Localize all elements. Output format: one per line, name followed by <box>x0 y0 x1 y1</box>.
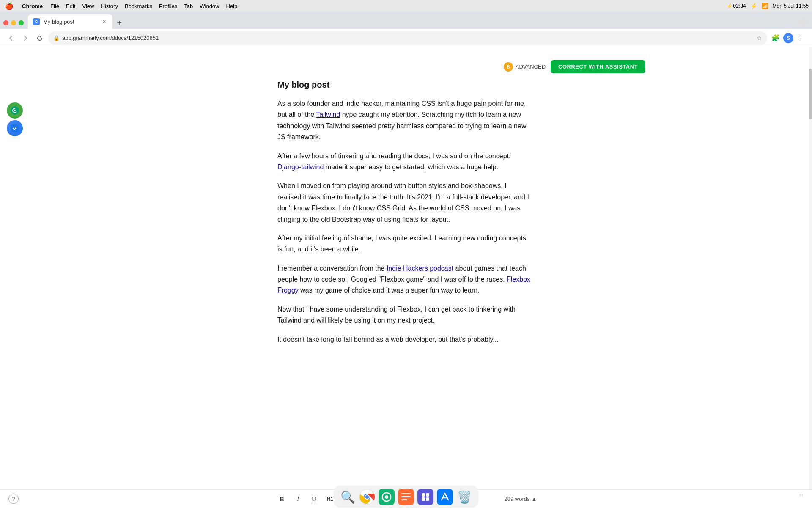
menubar-bookmarks[interactable]: Bookmarks <box>121 2 156 10</box>
maximize-window-btn[interactable] <box>19 20 24 25</box>
menubar-file[interactable]: File <box>47 2 63 10</box>
svg-point-22 <box>385 495 388 499</box>
svg-rect-28 <box>422 493 425 497</box>
quote-icon: " <box>799 491 804 505</box>
menubar-tab[interactable]: Tab <box>181 2 196 10</box>
scrollbar-track[interactable] <box>809 47 812 508</box>
page-content: 8 ADVANCED CORRECT WITH ASSISTANT My blo… <box>0 47 809 508</box>
svg-rect-29 <box>426 493 429 497</box>
svg-rect-26 <box>401 499 407 500</box>
svg-point-3 <box>11 124 19 133</box>
menubar-view[interactable]: View <box>79 2 97 10</box>
toolbar-right: 🧩 S ⋮ <box>770 32 807 44</box>
word-count-text: 289 words <box>505 496 530 502</box>
reload-btn[interactable] <box>34 32 46 44</box>
indie-hackers-link[interactable]: Indie Hackers podcast <box>387 265 453 272</box>
p5-text-before: I remember a conversation from the <box>277 265 387 272</box>
tab-favicon: G <box>33 18 40 25</box>
help-btn[interactable]: ? <box>8 494 19 504</box>
grammarly-logo-btn[interactable] <box>7 102 23 119</box>
paragraph-7: It doesn't take long to fall behind as a… <box>277 334 531 345</box>
clock: Mon 5 Jul 11:55 <box>773 3 809 9</box>
paragraph-6: Now that I have some understanding of Fl… <box>277 304 531 326</box>
menubar-window[interactable]: Window <box>196 2 222 10</box>
bookmark-star-icon[interactable]: ☆ <box>757 35 762 41</box>
battery-time: 02:34 <box>733 3 746 9</box>
document-body: My blog post As a solo founder and indie… <box>277 80 531 353</box>
dock-app6[interactable] <box>436 488 454 506</box>
bold-btn[interactable]: B <box>275 492 289 506</box>
word-count: 289 words ▲ <box>505 496 537 502</box>
svg-rect-24 <box>401 493 411 494</box>
dock-grammarly[interactable] <box>378 488 395 506</box>
security-lock-icon: 🔒 <box>53 35 60 41</box>
active-tab[interactable]: G My blog post ✕ <box>28 14 112 29</box>
p2-text-before: After a few hours of tinkering and readi… <box>277 152 510 160</box>
new-tab-btn[interactable]: + <box>113 17 125 29</box>
browser-toolbar: 🔒 app.grammarly.com/ddocs/1215020651 ☆ 🧩… <box>0 29 812 47</box>
menubar-app-name[interactable]: Chrome <box>19 2 46 10</box>
battery-lightning: ⚡ <box>727 3 732 9</box>
svg-point-19 <box>365 495 369 499</box>
grammarly-secondary-btn[interactable] <box>7 120 23 136</box>
grammarly-sidebar <box>7 102 23 136</box>
p5-text-after: was my game of choice and it was a super… <box>299 287 480 294</box>
profile-btn[interactable]: S <box>783 33 793 43</box>
menubar: 🍎 Chrome File Edit View History Bookmark… <box>0 0 812 12</box>
dock-chrome[interactable] <box>358 488 376 506</box>
back-btn[interactable] <box>5 32 17 44</box>
dock-app5[interactable] <box>417 488 434 506</box>
dock-finder[interactable]: 🔍 <box>339 488 357 506</box>
address-bar[interactable]: 🔒 app.grammarly.com/ddocs/1215020651 ☆ <box>48 31 767 45</box>
close-window-btn[interactable] <box>3 20 8 25</box>
browser-window: G My blog post ✕ + <box>0 12 812 508</box>
paragraph-5: I remember a conversation from the Indie… <box>277 263 531 296</box>
svg-rect-25 <box>401 496 411 497</box>
paragraph-1: As a solo founder and indie hacker, main… <box>277 98 531 143</box>
svg-point-0 <box>801 18 808 26</box>
svg-rect-30 <box>422 497 425 501</box>
paragraph-4: After my initial feeling of shame, I was… <box>277 233 531 255</box>
svg-point-2 <box>14 110 16 111</box>
extensions-btn[interactable]: 🧩 <box>770 32 782 44</box>
menubar-right: ⚡ 02:34 ⚡ 📶 Mon 5 Jul 11:55 <box>727 3 809 9</box>
doc-action-bar: 8 ADVANCED CORRECT WITH ASSISTANT <box>129 56 679 80</box>
tab-close-btn[interactable]: ✕ <box>101 18 107 25</box>
italic-btn[interactable]: I <box>291 492 305 506</box>
svg-rect-32 <box>437 489 453 505</box>
document-title: My blog post <box>277 80 531 90</box>
chrome-menu-icon <box>800 18 809 26</box>
minimize-window-btn[interactable] <box>11 20 16 25</box>
advanced-badge[interactable]: 8 ADVANCED <box>504 62 546 72</box>
correct-with-assistant-btn[interactable]: CORRECT WITH ASSISTANT <box>551 60 645 73</box>
scrollbar-thumb[interactable] <box>809 69 812 119</box>
svg-rect-27 <box>417 489 433 505</box>
content-area: 8 ADVANCED CORRECT WITH ASSISTANT My blo… <box>0 47 812 508</box>
menubar-help[interactable]: Help <box>223 2 241 10</box>
dock: 🔍 <box>333 485 479 508</box>
traffic-lights <box>3 20 24 29</box>
underline-btn[interactable]: U <box>307 492 321 506</box>
tab-bar: G My blog post ✕ + <box>0 12 812 29</box>
advanced-count: 8 <box>504 62 513 72</box>
battery-indicator: ⚡ 02:34 <box>727 3 746 9</box>
forward-btn[interactable] <box>19 32 31 44</box>
wifi-icon: 📶 <box>762 3 768 9</box>
bolt-icon: ⚡ <box>750 3 757 9</box>
p2-text-after: made it super easy to get started, which… <box>324 163 498 171</box>
chrome-menu-btn[interactable]: ⋮ <box>795 32 807 44</box>
word-count-toggle[interactable]: ▲ <box>532 496 537 502</box>
menubar-edit[interactable]: Edit <box>63 2 79 10</box>
paragraph-2: After a few hours of tinkering and readi… <box>277 151 531 173</box>
menubar-history[interactable]: History <box>97 2 121 10</box>
tab-bar-right <box>800 18 809 29</box>
menubar-profiles[interactable]: Profiles <box>156 2 181 10</box>
django-tailwind-link[interactable]: Django-tailwind <box>277 163 324 171</box>
dock-app4[interactable] <box>397 488 415 506</box>
apple-menu[interactable]: 🍎 <box>5 2 14 10</box>
advanced-label: ADVANCED <box>516 64 546 70</box>
paragraph-3: When I moved on from playing around with… <box>277 180 531 225</box>
tab-title: My blog post <box>43 19 97 25</box>
dock-trash[interactable]: 🗑️ <box>455 488 473 506</box>
tailwind-link[interactable]: Tailwind <box>316 111 340 118</box>
